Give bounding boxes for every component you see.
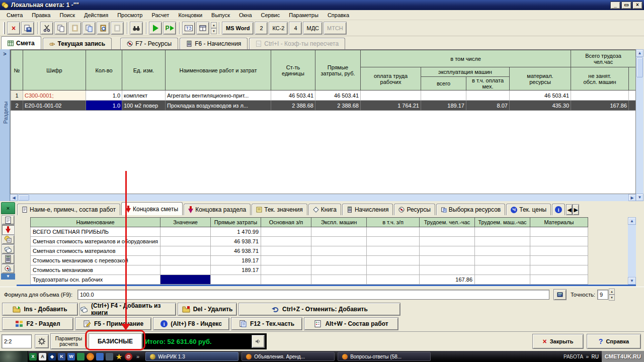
- add-from-book-button[interactable]: (Ctrl+) F4 - Добавить из книги: [79, 303, 176, 316]
- formula-input[interactable]: [77, 290, 549, 300]
- menu-smeta[interactable]: Смета: [2, 11, 27, 19]
- tab-names-notes[interactable]: Наим-е, примеч., состав работ: [17, 204, 120, 215]
- menu-servis[interactable]: Сервис: [257, 11, 285, 19]
- f2-section-button[interactable]: F2 - Раздел: [2, 317, 73, 330]
- word-variant-2-button[interactable]: 2: [255, 22, 268, 35]
- tab-charges[interactable]: Начисления: [342, 204, 393, 215]
- scroll-down-button[interactable]: ▼: [628, 277, 636, 285]
- f5-note-button[interactable]: F5 - Примечание: [75, 317, 151, 330]
- precision-input[interactable]: [597, 290, 608, 300]
- tabs-scroll-right[interactable]: ▶: [573, 204, 579, 215]
- cell-reference-field[interactable]: [2, 334, 32, 348]
- grid-horizontal-scrollbar[interactable]: ◀ ▶: [10, 194, 636, 201]
- speaker-button[interactable]: [252, 335, 265, 348]
- close-button[interactable]: ×: [632, 2, 642, 9]
- tray-chevron[interactable]: »: [586, 353, 589, 359]
- tabs-scroll-left[interactable]: ◀: [566, 204, 573, 215]
- delete-button[interactable]: Del - Удалить: [178, 303, 237, 316]
- tab-book[interactable]: Книга: [308, 204, 341, 215]
- calculator-button[interactable]: [553, 289, 567, 300]
- menu-prosmotr[interactable]: Просмотр: [113, 11, 147, 19]
- menu-deystviya[interactable]: Действия: [79, 11, 113, 19]
- language-indicator[interactable]: RU: [591, 354, 598, 359]
- menu-vypusk[interactable]: Выпуск: [207, 11, 234, 19]
- totals-row[interactable]: Сметная стоимость материалов 46 938.71: [31, 246, 588, 256]
- grid-row-1[interactable]: 1 С300-0001; 1.0 комплект Агрегаты венти…: [11, 90, 636, 101]
- tab-current-prices[interactable]: Ч Тек. цены: [506, 204, 551, 215]
- totals-row[interactable]: Сметная стоимость материалов и оборудова…: [31, 237, 588, 246]
- diamond-quicklaunch-icon[interactable]: ◆: [48, 353, 56, 360]
- book-tag-icon-button[interactable]: [2, 244, 15, 254]
- menu-parametry[interactable]: Параметры: [284, 11, 323, 19]
- window-quicklaunch-icon[interactable]: [96, 353, 104, 360]
- scroll-left-button[interactable]: ◀: [10, 194, 18, 201]
- help-button[interactable]: ? Справка: [587, 334, 641, 349]
- tab-resource-selection[interactable]: Выборка ресурсов: [436, 204, 505, 215]
- maximize-button[interactable]: ▭: [621, 2, 631, 9]
- scroll-thumb[interactable]: [636, 57, 643, 77]
- menu-okna[interactable]: Окна: [234, 11, 257, 19]
- tab-current-values[interactable]: Тек. значения: [252, 204, 307, 215]
- close-dialog-button[interactable]: × Закрыть: [532, 334, 584, 349]
- monitor-quicklaunch-icon[interactable]: [106, 353, 113, 360]
- paste-button[interactable]: [68, 22, 82, 35]
- run-p-calculation-button[interactable]: P: [163, 22, 176, 35]
- search-binoculars-button[interactable]: [130, 22, 143, 35]
- scroll-up-button[interactable]: ▲: [636, 49, 643, 57]
- row-height-spinner[interactable]: ▲▼: [211, 22, 217, 34]
- sections-strip[interactable]: > Разделы: [0, 49, 10, 201]
- ending-arrow-icon-button[interactable]: [2, 225, 15, 234]
- precision-spinner[interactable]: ▲▼: [609, 289, 615, 301]
- quicklaunch-chevron[interactable]: »: [136, 353, 139, 359]
- tab-current-record[interactable]: Текущая запись: [43, 38, 112, 49]
- mds-button[interactable]: МДС: [303, 22, 323, 35]
- tab-f6-charges[interactable]: F6 - Начисления: [180, 38, 248, 49]
- tab-ending-estimate[interactable]: Концовка сметы: [121, 202, 183, 215]
- f12-tech-button[interactable]: F12 - Тех.часть: [231, 317, 302, 330]
- variant-4-button[interactable]: 4: [289, 22, 302, 35]
- copy-special-button[interactable]: [83, 22, 96, 35]
- totals-row[interactable]: Стоимость механизмов 189.17: [31, 265, 588, 275]
- green-app-quicklaunch-icon[interactable]: [77, 353, 85, 360]
- minimize-button[interactable]: _: [610, 2, 620, 9]
- firefox-quicklaunch-icon[interactable]: [87, 353, 94, 360]
- letter-a-quicklaunch-icon[interactable]: A: [39, 353, 46, 360]
- delete-record-button[interactable]: ×: [7, 22, 20, 35]
- calculation-params-button[interactable]: Параметры расчета: [50, 333, 87, 349]
- paste-search-button[interactable]: [97, 22, 110, 35]
- save-export-button[interactable]: [21, 22, 34, 35]
- menu-koncovki[interactable]: Концовки: [174, 11, 207, 19]
- grid-row-2-selected[interactable]: 2 Е20-01-001-02 1.0 100 м2 повер Проклад…: [11, 101, 636, 111]
- expand-sections-chevron[interactable]: >: [0, 49, 10, 57]
- excel-quicklaunch-icon[interactable]: X: [29, 353, 37, 360]
- resources-icon-button[interactable]: [2, 264, 15, 274]
- menu-poisk[interactable]: Поиск: [55, 11, 79, 19]
- info-tab-button[interactable]: i: [552, 204, 565, 215]
- copy-button[interactable]: [54, 22, 67, 35]
- totals-row[interactable]: Стоимость механизмов с перевозкой 189.17: [31, 256, 588, 265]
- iconbar-scroll-down[interactable]: ▼: [1, 274, 15, 280]
- tab-ending-section[interactable]: Концовка раздела: [184, 204, 251, 215]
- paste-all-button[interactable]: [111, 22, 124, 35]
- mail-quicklaunch-icon[interactable]: @: [125, 353, 132, 360]
- selected-value-cell[interactable]: [160, 275, 211, 285]
- start-button[interactable]: [0, 351, 28, 362]
- calculator-icon-button[interactable]: [2, 254, 15, 263]
- tab-smeta[interactable]: Смета: [1, 36, 41, 49]
- totals-row-selected[interactable]: Трудозатраты осн. рабочих 167.86: [31, 275, 588, 285]
- scroll-up-button[interactable]: ▲: [628, 217, 636, 225]
- star-quicklaunch-icon[interactable]: ★: [115, 353, 123, 360]
- scroll-down-button[interactable]: ▼: [636, 194, 643, 201]
- selected-cell[interactable]: 1.0: [86, 101, 122, 111]
- cut-button[interactable]: [40, 22, 53, 35]
- tz-button[interactable]: ТЗ: [182, 22, 195, 35]
- totals-row[interactable]: ВСЕГО СМЕТНАЯ ПРИБЫЛЬ 1 470.99: [31, 227, 588, 237]
- panel-splitter[interactable]: [17, 285, 636, 286]
- panel-close-tab[interactable]: ×: [1, 202, 15, 214]
- menu-raschet[interactable]: Расчет: [147, 11, 174, 19]
- columns-layout-button[interactable]: [196, 22, 209, 35]
- f8-index-button[interactable]: i (Alt+) F8 - Индекс: [153, 317, 229, 330]
- tab-f7-resources[interactable]: F7 - Ресурсы: [120, 38, 178, 49]
- altw-work-composition-button[interactable]: Alt+W - Состав работ: [304, 317, 398, 330]
- totals-vertical-scrollbar[interactable]: ▲ ▼: [628, 217, 636, 285]
